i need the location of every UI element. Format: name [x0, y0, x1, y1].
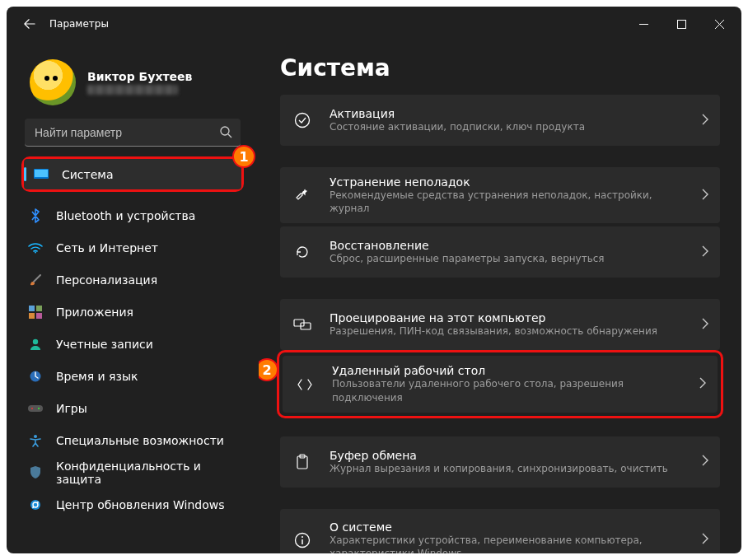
close-icon — [715, 20, 724, 29]
card-title: Восстановление — [330, 239, 684, 252]
annotation-badge-2: 2 — [259, 358, 278, 381]
maximize-button[interactable] — [662, 11, 700, 37]
sidebar-item-label: Конфиденциальность и защита — [56, 460, 237, 486]
card-sub: Журнал вырезания и копирования, синхрони… — [330, 462, 684, 475]
sidebar-item-label: Учетные записи — [56, 338, 153, 351]
info-icon — [293, 532, 311, 548]
sidebar-item-gaming[interactable]: Игры — [18, 393, 247, 423]
search-icon — [219, 125, 232, 141]
sidebar-item-label: Приложения — [56, 306, 133, 319]
chevron-right-icon — [702, 114, 708, 128]
svg-rect-8 — [36, 313, 42, 319]
sidebar-item-accessibility[interactable]: Специальные возможности — [18, 425, 247, 455]
card-troubleshoot[interactable]: Устранение неполадокРекомендуемые средст… — [280, 167, 720, 223]
sidebar-item-time-language[interactable]: Время и язык — [18, 361, 247, 391]
sidebar-item-label: Игры — [56, 402, 87, 415]
chevron-right-icon — [702, 455, 708, 469]
page-title: Система — [280, 54, 720, 82]
card-sub: Состояние активации, подписки, ключ прод… — [330, 120, 684, 133]
card-projecting[interactable]: Проецирование на этот компьютерРазрешени… — [280, 299, 720, 350]
projecting-icon — [293, 317, 311, 332]
sidebar-item-network[interactable]: Сеть и Интернет — [18, 232, 247, 263]
person-icon — [28, 337, 43, 352]
svg-point-14 — [34, 435, 37, 438]
svg-rect-3 — [35, 170, 48, 177]
svg-point-16 — [296, 114, 310, 128]
card-title: О системе — [330, 520, 684, 534]
card-activation[interactable]: АктивацияСостояние активации, подписки, … — [280, 95, 720, 146]
app-title: Параметры — [49, 18, 109, 30]
apps-icon — [28, 305, 43, 320]
svg-rect-6 — [36, 306, 42, 311]
card-title: Активация — [330, 107, 684, 120]
clipboard-icon — [293, 454, 311, 470]
wifi-icon — [28, 240, 43, 255]
accessibility-icon — [28, 433, 43, 448]
bluetooth-icon — [28, 208, 43, 223]
svg-point-4 — [35, 251, 36, 253]
clock-globe-icon — [28, 369, 43, 384]
sidebar-item-update[interactable]: Центр обновления Windows — [18, 489, 247, 520]
svg-point-15 — [30, 500, 40, 510]
titlebar: Параметры — [7, 7, 741, 41]
sidebar-item-label: Система — [62, 168, 113, 181]
card-title: Устранение неполадок — [330, 175, 684, 189]
sidebar-item-label: Сеть и Интернет — [56, 241, 158, 254]
main-content: Система АктивацияСостояние активации, по… — [259, 41, 741, 553]
sidebar-item-bluetooth[interactable]: Bluetooth и устройства — [18, 200, 247, 231]
chevron-right-icon — [702, 189, 708, 203]
card-remote-desktop[interactable]: Удаленный рабочий столПользователи удале… — [283, 356, 718, 412]
minimize-icon — [639, 20, 648, 29]
back-arrow-icon — [24, 18, 35, 30]
wrench-icon — [293, 187, 311, 203]
brush-icon — [28, 273, 43, 287]
svg-rect-0 — [677, 20, 685, 28]
remote-desktop-icon — [296, 378, 314, 391]
card-sub: Рекомендуемые средства устранения непола… — [330, 189, 684, 215]
email-redacted — [87, 85, 178, 95]
svg-point-9 — [33, 338, 38, 343]
shield-icon — [28, 465, 43, 480]
card-about[interactable]: О системеХарактеристики устройства, пере… — [280, 509, 720, 553]
back-button[interactable] — [18, 12, 41, 35]
svg-point-13 — [38, 408, 40, 409]
sidebar-item-accounts[interactable]: Учетные записи — [18, 329, 247, 359]
svg-rect-5 — [29, 306, 35, 311]
avatar — [30, 59, 76, 105]
display-icon — [34, 167, 49, 182]
svg-point-1 — [221, 127, 229, 135]
card-sub: Пользователи удаленного рабочего стола, … — [332, 377, 681, 404]
card-sub: Характеристики устройства, переименовани… — [330, 534, 684, 553]
card-sub: Сброс, расширенные параметры запуска, ве… — [330, 252, 684, 265]
card-title: Проецирование на этот компьютер — [330, 311, 684, 324]
username: Виктор Бухтеев — [87, 70, 192, 83]
svg-rect-11 — [28, 405, 43, 412]
profile-block[interactable]: Виктор Бухтеев — [13, 48, 252, 119]
minimize-button[interactable] — [624, 11, 662, 37]
chevron-right-icon — [702, 533, 708, 547]
sidebar-item-label: Специальные возможности — [56, 434, 224, 447]
recovery-icon — [293, 244, 311, 260]
card-recovery[interactable]: ВосстановлениеСброс, расширенные парамет… — [280, 226, 720, 278]
sidebar-item-system[interactable]: Система — [24, 159, 241, 189]
search-input[interactable] — [25, 119, 241, 147]
sidebar-item-personalization[interactable]: Персонализация — [18, 264, 247, 295]
maximize-icon — [677, 20, 686, 29]
chevron-right-icon — [699, 377, 706, 391]
sidebar-item-label: Время и язык — [56, 370, 138, 383]
svg-point-12 — [31, 408, 33, 409]
sidebar-item-privacy[interactable]: Конфиденциальность и защита — [18, 457, 247, 488]
annotation-badge-1: 1 — [232, 145, 255, 168]
sidebar-item-label: Bluetooth и устройства — [56, 209, 195, 222]
card-title: Удаленный рабочий стол — [332, 364, 681, 377]
settings-window: Параметры Виктор Бухтеев — [7, 7, 741, 553]
sidebar: Виктор Бухтеев 1 Система — [7, 41, 259, 553]
card-clipboard[interactable]: Буфер обменаЖурнал вырезания и копирован… — [280, 436, 720, 488]
card-sub: Разрешения, ПИН-код связывания, возможно… — [330, 324, 684, 338]
close-button[interactable] — [700, 11, 738, 37]
card-title: Буфер обмена — [330, 449, 684, 462]
sidebar-item-apps[interactable]: Приложения — [18, 296, 247, 327]
gamepad-icon — [28, 401, 43, 416]
update-icon — [28, 497, 43, 512]
check-circle-icon — [293, 112, 311, 128]
